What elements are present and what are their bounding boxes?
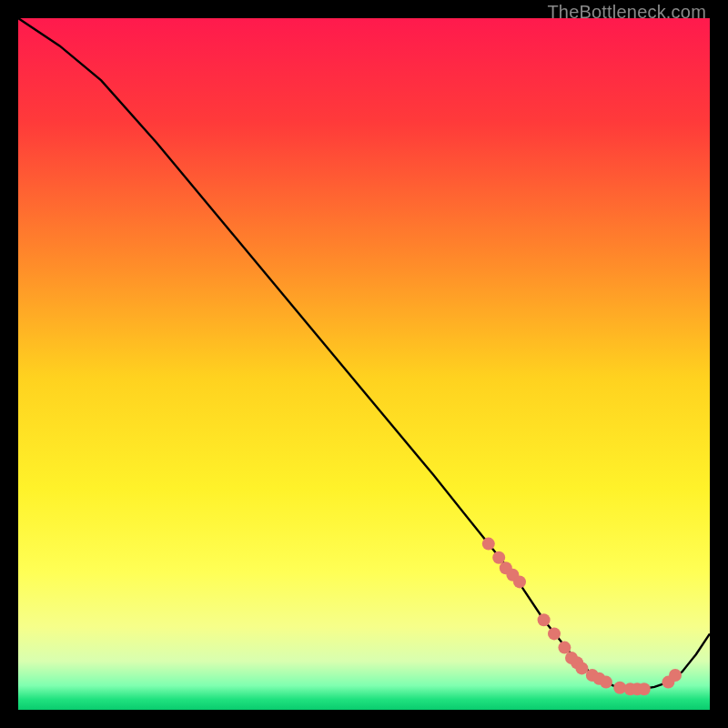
marker-dot (638, 682, 651, 695)
marker-dot (669, 669, 682, 682)
marker-dot (513, 575, 526, 588)
marker-dot (600, 676, 612, 689)
marker-dot (548, 627, 561, 640)
marker-dot (558, 642, 571, 654)
gradient-rect (18, 18, 710, 710)
marker-dot (492, 551, 505, 564)
marker-dot (538, 613, 551, 626)
bottleneck-chart (18, 18, 710, 710)
chart-frame: TheBottleneck.com (18, 18, 710, 710)
marker-dot (575, 662, 588, 674)
marker-dot (482, 538, 495, 551)
